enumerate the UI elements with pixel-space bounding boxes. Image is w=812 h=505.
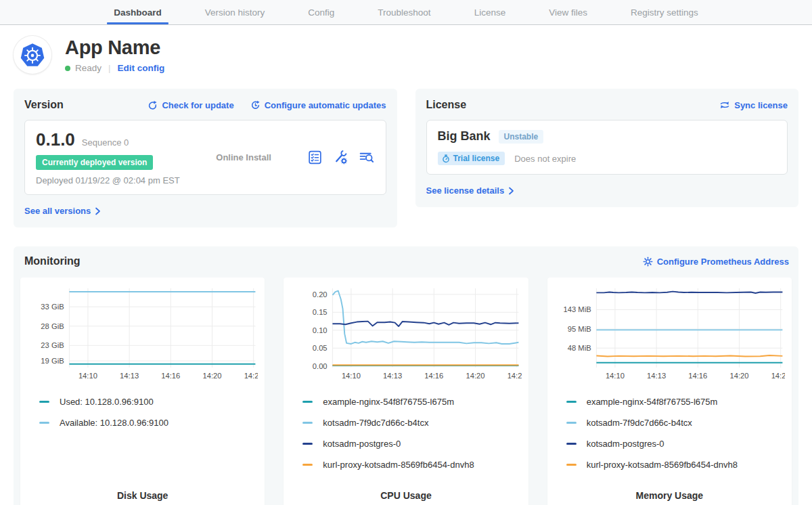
legend-item: kotsadm-postgres-0 xyxy=(302,439,521,449)
chart-plot: 143 MiB95 MiB48 MiB14:1014:1314:1614:201… xyxy=(554,284,785,385)
svg-text:0.05: 0.05 xyxy=(313,344,328,352)
deployed-badge: Currently deployed version xyxy=(36,155,153,170)
cpu-usage-chart: 0.200.150.100.050.0014:1014:1314:1614:20… xyxy=(290,284,521,387)
monitoring-title: Monitoring xyxy=(24,255,81,267)
svg-text:14:16: 14:16 xyxy=(161,372,180,380)
legend-item: kotsadm-7f9dc7d66c-b4tcx xyxy=(302,418,521,428)
check-for-update-link[interactable]: Check for update xyxy=(148,100,233,110)
disk-usage-chart-card: 33 GiB28 GiB23 GiB19 GiB14:1014:1314:161… xyxy=(20,278,265,505)
monitoring-section: Monitoring Configure Prometheus Address … xyxy=(14,246,798,505)
sync-arrows-icon xyxy=(719,100,730,110)
install-type-label: Online Install xyxy=(216,152,271,162)
legend-color-dash xyxy=(302,464,313,466)
svg-text:14:13: 14:13 xyxy=(383,372,402,380)
legend-color-dash xyxy=(302,401,313,403)
cpu-usage-legend: example-nginx-54f8f76755-l675mkotsadm-7f… xyxy=(302,397,521,481)
svg-text:14:16: 14:16 xyxy=(688,372,707,380)
trial-license-badge: Trial license xyxy=(438,152,505,165)
svg-text:14:16: 14:16 xyxy=(425,372,444,380)
tab-config[interactable]: Config xyxy=(305,0,337,24)
legend-item: Available: 10.128.0.96:9100 xyxy=(39,418,258,428)
sequence-label: Sequence 0 xyxy=(82,137,129,148)
tab-dashboard[interactable]: Dashboard xyxy=(111,0,164,24)
edit-config-link[interactable]: Edit config xyxy=(118,63,165,73)
clock-arrow-icon xyxy=(250,100,261,110)
svg-text:33 GiB: 33 GiB xyxy=(41,303,64,311)
version-card-title: Version xyxy=(24,99,64,111)
top-nav-tabs: DashboardVersion historyConfigTroublesho… xyxy=(0,0,812,25)
stopwatch-icon xyxy=(442,154,450,163)
customer-name: Big Bank xyxy=(438,129,491,144)
chart-title: Memory Usage xyxy=(554,481,785,501)
memory-usage-legend: example-nginx-54f8f76755-l675mkotsadm-7f… xyxy=(566,397,785,481)
svg-text:14:23: 14:23 xyxy=(508,372,522,380)
legend-color-dash xyxy=(566,464,577,466)
channel-badge: Unstable xyxy=(499,130,544,144)
tab-version-history[interactable]: Version history xyxy=(202,0,268,24)
legend-color-dash xyxy=(566,443,577,445)
edit-config-wrench-icon[interactable] xyxy=(333,150,348,165)
svg-text:14:20: 14:20 xyxy=(202,372,221,380)
page-title: App Name xyxy=(65,37,164,59)
tab-troubleshoot[interactable]: Troubleshoot xyxy=(375,0,433,24)
chevron-right-icon xyxy=(508,187,514,195)
refresh-icon xyxy=(148,100,158,110)
tab-registry-settings[interactable]: Registry settings xyxy=(628,0,701,24)
legend-label: Available: 10.128.0.96:9100 xyxy=(60,418,168,428)
memory-usage-chart-card: 143 MiB95 MiB48 MiB14:1014:1314:1614:201… xyxy=(547,278,792,505)
expiry-text: Does not expire xyxy=(514,154,576,164)
svg-text:14:20: 14:20 xyxy=(729,372,748,380)
legend-color-dash xyxy=(39,422,49,424)
app-header: App Name Ready | Edit config xyxy=(14,36,798,74)
disk-usage-chart: 33 GiB28 GiB23 GiB19 GiB14:1014:1314:161… xyxy=(27,284,258,387)
legend-label: Used: 10.128.0.96:9100 xyxy=(60,397,154,407)
legend-label: kotsadm-postgres-0 xyxy=(323,439,401,449)
svg-text:0.15: 0.15 xyxy=(313,308,328,316)
svg-text:19 GiB: 19 GiB xyxy=(41,357,64,365)
version-number: 0.1.0 xyxy=(36,129,75,150)
chart-plot: 0.200.150.100.050.0014:1014:1314:1614:20… xyxy=(290,284,521,385)
chevron-right-icon xyxy=(95,207,101,215)
legend-label: example-nginx-54f8f76755-l675m xyxy=(587,397,718,407)
chart-title: Disk Usage xyxy=(27,481,258,501)
sync-license-link[interactable]: Sync license xyxy=(719,100,788,110)
legend-color-dash xyxy=(302,443,313,445)
status-text: Ready xyxy=(75,63,102,73)
svg-text:14:10: 14:10 xyxy=(606,372,625,380)
legend-label: kurl-proxy-kotsadm-8569fb6454-dnvh8 xyxy=(323,460,474,470)
app-logo xyxy=(14,36,51,74)
preflight-checks-icon[interactable] xyxy=(307,150,323,165)
svg-text:23 GiB: 23 GiB xyxy=(41,341,64,349)
chart-title: CPU Usage xyxy=(290,481,521,501)
status-dot xyxy=(65,66,70,71)
tab-license[interactable]: License xyxy=(472,0,509,24)
license-card-title: License xyxy=(426,99,467,111)
legend-item: example-nginx-54f8f76755-l675m xyxy=(302,397,521,407)
legend-label: kotsadm-7f9dc7d66c-b4tcx xyxy=(323,418,428,428)
gear-icon xyxy=(643,257,653,267)
see-all-versions-link[interactable]: See all versions xyxy=(24,206,101,216)
svg-text:28 GiB: 28 GiB xyxy=(41,322,64,330)
legend-label: example-nginx-54f8f76755-l675m xyxy=(323,397,454,407)
svg-text:0.20: 0.20 xyxy=(313,290,328,299)
svg-text:143 MiB: 143 MiB xyxy=(563,305,591,313)
view-logs-icon[interactable] xyxy=(359,150,374,165)
svg-text:14:23: 14:23 xyxy=(244,372,258,380)
configure-prometheus-link[interactable]: Configure Prometheus Address xyxy=(643,257,789,267)
configure-automatic-updates-link[interactable]: Configure automatic updates xyxy=(250,100,386,110)
see-license-details-link[interactable]: See license details xyxy=(426,185,515,196)
tab-view-files[interactable]: View files xyxy=(546,0,590,24)
disk-usage-legend: Used: 10.128.0.96:9100Available: 10.128.… xyxy=(39,397,258,439)
legend-item: example-nginx-54f8f76755-l675m xyxy=(566,397,785,407)
deployed-timestamp: Deployed 01/19/22 @ 02:04 pm EST xyxy=(36,175,180,185)
legend-label: kotsadm-7f9dc7d66c-b4tcx xyxy=(587,418,692,428)
svg-text:14:20: 14:20 xyxy=(466,372,485,380)
svg-text:14:13: 14:13 xyxy=(120,372,139,380)
svg-text:48 MiB: 48 MiB xyxy=(567,344,591,352)
legend-label: kurl-proxy-kotsadm-8569fb6454-dnvh8 xyxy=(587,460,738,470)
legend-item: kurl-proxy-kotsadm-8569fb6454-dnvh8 xyxy=(302,460,521,470)
legend-color-dash xyxy=(302,422,313,424)
svg-text:14:13: 14:13 xyxy=(647,372,666,380)
legend-item: kotsadm-postgres-0 xyxy=(566,439,785,449)
current-version-block: 0.1.0 Sequence 0 Currently deployed vers… xyxy=(36,129,180,185)
